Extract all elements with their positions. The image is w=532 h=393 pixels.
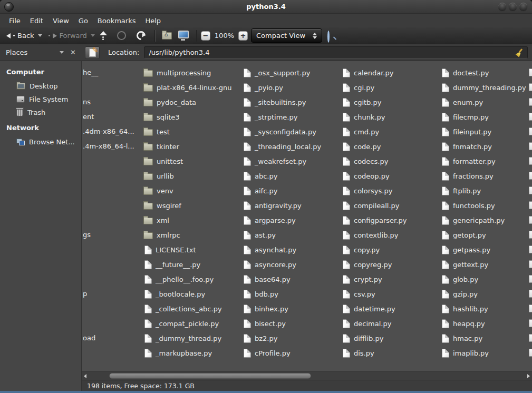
folder-item[interactable]: multiprocessing — [143, 65, 211, 80]
file-item[interactable]: asyncore.py — [243, 257, 296, 272]
location-entry[interactable] — [144, 46, 528, 58]
minimize-button[interactable] — [498, 3, 506, 11]
file-item[interactable]: _pyio.py — [243, 80, 283, 95]
file-item[interactable]: configparser.py — [342, 213, 407, 228]
sidebar-item-file-system[interactable]: File System — [0, 93, 81, 106]
menu-bookmarks[interactable]: Bookmarks — [93, 15, 141, 27]
zoom-out-icon[interactable]: − — [201, 31, 210, 41]
refresh-icon[interactable] — [134, 29, 147, 42]
folder-item[interactable]: sqlite3 — [143, 110, 180, 124]
titlebar[interactable]: python3.4 — [0, 0, 532, 14]
file-item[interactable]: hmac.py — [441, 331, 482, 346]
maximize-button[interactable] — [509, 3, 517, 11]
folder-item[interactable]: pydoc_data — [143, 95, 196, 110]
file-item[interactable]: _strptime.py — [243, 110, 297, 124]
file-item[interactable]: enum.py — [441, 95, 483, 110]
file-item[interactable]: getpass.py — [441, 242, 490, 257]
file-item[interactable]: calendar.py — [342, 65, 393, 80]
scroll-left-icon[interactable] — [84, 374, 86, 378]
file-item[interactable]: genericpath.py — [441, 213, 505, 228]
file-item[interactable]: gzip.py — [441, 287, 478, 301]
file-item[interactable]: chunk.py — [342, 110, 385, 124]
file-item[interactable]: contextlib.py — [342, 228, 399, 242]
scrollbar-thumb[interactable] — [109, 373, 311, 379]
clipped-file-name[interactable]: p — [83, 287, 87, 301]
file-grid[interactable]: multiprocessingplat-x86_64-linux-gnupydo… — [82, 61, 532, 371]
desktop-icon[interactable] — [178, 31, 189, 38]
file-item[interactable]: ftplib.py — [441, 183, 481, 198]
file-item[interactable]: __phello__.foo.py — [143, 272, 214, 287]
file-item[interactable]: copy.py — [342, 242, 380, 257]
folder-item[interactable]: unittest — [143, 154, 183, 169]
clipped-file-name[interactable]: oad — [83, 331, 95, 346]
file-item[interactable]: bdb.py — [243, 287, 278, 301]
folder-item[interactable]: wsgiref — [143, 198, 181, 213]
back-history-dropdown-icon[interactable] — [38, 34, 42, 37]
file-item[interactable]: doctest.py — [441, 65, 489, 80]
close-side-pane-icon[interactable]: ✕ — [70, 48, 76, 56]
file-item[interactable]: datetime.py — [342, 301, 395, 316]
folder-item[interactable]: plat-x86_64-linux-gnu — [143, 80, 231, 95]
file-item[interactable]: antigravity.py — [243, 198, 302, 213]
file-item[interactable]: fnmatch.py — [441, 139, 492, 154]
file-item[interactable]: heapq.py — [441, 316, 485, 331]
view-mode-select[interactable]: Compact View — [251, 28, 322, 43]
file-item[interactable]: decimal.py — [342, 316, 391, 331]
file-item[interactable]: cmd.py — [342, 124, 379, 139]
file-item[interactable]: code.py — [342, 139, 381, 154]
file-item[interactable]: compileall.py — [342, 198, 400, 213]
file-item[interactable]: formatter.py — [441, 154, 496, 169]
file-item[interactable]: cgi.py — [342, 80, 374, 95]
file-item[interactable]: _markupbase.py — [143, 346, 212, 360]
home-icon[interactable] — [162, 32, 172, 40]
file-item[interactable]: argparse.py — [243, 213, 296, 228]
edit-location-button[interactable]: ✎ — [85, 46, 100, 59]
zoom-in-icon[interactable]: + — [238, 31, 248, 41]
file-item[interactable]: difflib.py — [342, 331, 383, 346]
close-button[interactable] — [519, 3, 527, 11]
clipped-file-name[interactable]: .4dm-x86_64... — [83, 124, 134, 139]
folder-item[interactable]: tkinter — [143, 139, 179, 154]
file-item[interactable]: functools.py — [441, 198, 495, 213]
forward-history-dropdown-icon[interactable] — [91, 34, 95, 37]
file-item[interactable]: dis.py — [342, 346, 374, 360]
file-item[interactable]: hashlib.py — [441, 301, 488, 316]
file-item[interactable]: LICENSE.txt — [143, 242, 196, 257]
file-item[interactable]: bz2.py — [243, 331, 277, 346]
horizontal-scrollbar[interactable] — [82, 371, 532, 380]
file-item[interactable]: _compat_pickle.py — [143, 316, 219, 331]
clipped-file-name[interactable]: ent — [83, 110, 94, 124]
file-item[interactable]: ast.py — [243, 228, 276, 242]
file-item[interactable]: __future__.py — [143, 257, 200, 272]
file-item[interactable]: cgitb.py — [342, 95, 381, 110]
file-item[interactable]: filecmp.py — [441, 110, 489, 124]
file-item[interactable]: _sitebuiltins.py — [243, 95, 306, 110]
file-item[interactable]: getopt.py — [441, 228, 486, 242]
forward-button[interactable]: Forward — [46, 30, 89, 41]
file-item[interactable]: imaplib.py — [441, 346, 489, 360]
file-item[interactable]: crypt.py — [342, 272, 382, 287]
file-item[interactable]: codeop.py — [342, 169, 390, 183]
scroll-right-icon[interactable] — [527, 374, 530, 378]
file-item[interactable]: dummy_threading.py — [441, 80, 526, 95]
file-item[interactable]: fileinput.py — [441, 124, 491, 139]
stop-icon[interactable] — [117, 31, 126, 40]
file-item[interactable]: glob.py — [441, 272, 478, 287]
search-icon[interactable] — [327, 32, 336, 40]
file-item[interactable]: codecs.py — [342, 154, 388, 169]
sidebar-item-browse-net[interactable]: Browse Net... — [0, 135, 81, 149]
file-item[interactable]: colorsys.py — [342, 183, 392, 198]
file-item[interactable]: cProfile.py — [243, 346, 291, 360]
file-item[interactable]: _sysconfigdata.py — [243, 124, 316, 139]
folder-item[interactable]: xmlrpc — [143, 228, 180, 242]
back-button[interactable]: Back — [4, 30, 36, 41]
file-item[interactable]: fractions.py — [441, 169, 494, 183]
folder-item[interactable]: test — [143, 124, 170, 139]
file-item[interactable]: _osx_support.py — [243, 65, 310, 80]
file-item[interactable]: binhex.py — [243, 301, 288, 316]
file-item[interactable]: gettext.py — [441, 257, 488, 272]
sidebar-item-desktop[interactable]: Desktop — [0, 80, 81, 93]
file-item[interactable]: _weakrefset.py — [243, 154, 306, 169]
clipped-file-name[interactable]: ns — [83, 95, 91, 110]
clipped-file-name[interactable]: gs — [83, 228, 91, 242]
